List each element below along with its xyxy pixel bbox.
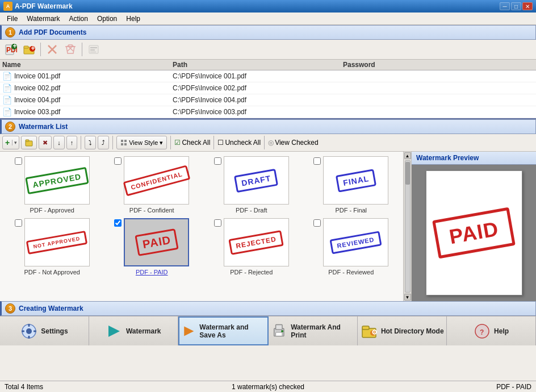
wm-sep-5 [264,136,265,149]
file-name-text: Invoice 004.pdf [14,96,60,104]
preview-header: Watermark Preview [412,152,536,165]
watermark-preview-panel: Watermark Preview PAID [411,152,536,301]
file-path-text: C:\PDFs\Invoice 003.pdf [173,108,343,116]
watermark-thumb-reviewed[interactable]: Reviewed [323,218,388,266]
delete-button[interactable] [44,41,61,57]
add-pdf-header: 1 Add PDF Documents [0,25,536,40]
watermark-scrollbar[interactable]: ▲ ▼ [403,152,411,301]
hot-directory-button[interactable]: ⚙ Hot Directory Mode [358,316,447,345]
file-list-header: Name Path Password [0,60,536,70]
pdf-icon: 📄 [2,84,12,93]
close-button[interactable]: ✕ [522,2,533,10]
uncheck-all-icon: ☐ [217,139,224,147]
watermark-save-label: Watermark and Save As [199,323,265,339]
delete-watermark-button[interactable]: ✖ [39,136,52,149]
watermark-print-button[interactable]: Watermark And Print [269,316,358,345]
watermark-thumb-paid[interactable]: PAID [124,218,189,266]
add-pdf-button[interactable]: PDF+ [2,41,19,57]
table-row[interactable]: 📄Invoice 003.pdf C:\PDFs\Invoice 003.pdf [0,106,536,118]
check-all-button[interactable]: ☑ Check All [174,139,210,147]
pdf-icon: 📄 [2,107,12,116]
watermark-item-draft: Draft PDF - Draft [204,156,299,214]
scroll-down-arrow[interactable]: ▼ [404,294,411,301]
watermark-thumb-confidential[interactable]: Confidential [124,156,189,205]
check-all-label: Check All [182,139,210,147]
scroll-up-arrow[interactable]: ▲ [404,152,411,159]
status-watermark-name: PDF - PAID [356,383,531,391]
watermark-checkbox-confidential[interactable] [114,157,122,165]
help-button[interactable]: ? Help [447,316,536,345]
clear-button[interactable] [62,41,79,57]
watermark-action-button[interactable]: Watermark [89,316,178,345]
move-up-button[interactable]: ↑ [66,136,78,149]
maximize-button[interactable]: □ [511,2,521,10]
open-watermark-button[interactable] [21,136,37,149]
stamp-not-approved: NOT APPROVED [26,231,87,255]
watermark-label-final: PDF - Final [335,207,367,214]
table-row[interactable]: 📄Invoice 004.pdf C:\PDFs\Invoice 004.pdf [0,94,536,106]
add-watermark-button[interactable]: + ▾ [2,136,19,149]
section-num-1: 1 [5,27,15,37]
watermark-label-draft: PDF - Draft [236,207,267,214]
watermark-thumb-rejected[interactable]: Rejected [224,218,289,266]
col-path: Path [173,61,343,69]
watermark-checkbox-not-approved[interactable] [15,219,22,227]
table-row[interactable]: 📄Invoice 002.pdf C:\PDFs\Invoice 002.pdf [0,82,536,94]
watermark-checkbox-approved[interactable] [15,157,22,165]
uncheck-all-button[interactable]: ☐ Uncheck All [217,139,261,147]
settings-file-button[interactable] [85,41,102,57]
wm-sep-1 [81,136,81,149]
svg-rect-20 [124,140,127,142]
export-button[interactable]: ⤴ [98,136,109,149]
table-row[interactable]: 📄Invoice 001.pdf C:\PDFs\Invoice 001.pdf [0,70,536,82]
watermark-item-paid: PAID PDF - PAID [104,218,200,276]
add-pdf-title: Add PDF Documents [19,28,86,36]
svg-rect-28 [34,330,36,332]
watermark-item-not-approved: NOT APPROVED PDF - Not Approved [5,218,100,276]
svg-text:⚙: ⚙ [371,328,378,336]
watermark-thumb-approved[interactable]: Approved [24,156,90,205]
watermark-thumb-draft[interactable]: Draft [224,156,289,205]
watermark-checkbox-rejected[interactable] [214,219,221,227]
section-num-2: 2 [5,122,15,132]
hot-directory-label: Hot Directory Mode [381,327,444,335]
svg-text:?: ? [480,328,484,336]
menu-file[interactable]: File [2,14,22,24]
menu-watermark[interactable]: Watermark [22,14,64,24]
move-down-button[interactable]: ↓ [53,136,65,149]
preview-stamp: PAID [432,207,516,259]
view-checked-icon: ◎ [268,139,274,147]
watermark-label-confidential: PDF - Confident [129,207,174,214]
add-dropdown-arrow[interactable]: ▾ [12,140,19,145]
uncheck-all-label: Uncheck All [225,139,261,147]
scroll-thumb[interactable] [405,162,410,185]
watermark-checkbox-draft[interactable] [214,157,221,165]
watermark-checkbox-final[interactable] [313,157,321,165]
watermark-item-rejected: Rejected PDF - Rejected [204,218,299,276]
menu-help[interactable]: Help [122,14,145,24]
minimize-button[interactable]: ─ [500,2,510,10]
watermark-thumb-final[interactable]: Final [323,156,388,205]
watermark-checkbox-paid[interactable] [114,219,122,227]
main-container: 1 Add PDF Documents PDF+ + Name Path Pas… [0,25,536,392]
view-checked-button[interactable]: ◎ View Checked [268,139,319,147]
wm-sep-4 [213,136,214,149]
view-style-button[interactable]: View Style ▾ [116,136,167,149]
import-button[interactable]: ⤵ [85,136,96,149]
status-total: Total 4 Items [5,383,180,391]
svg-rect-22 [124,143,127,145]
toolbar-sep-1 [40,43,41,56]
settings-action-button[interactable]: Settings [0,316,89,345]
watermark-save-as-button[interactable]: Watermark and Save As [178,316,269,345]
watermark-item-reviewed: Reviewed PDF - Reviewed [304,218,399,276]
svg-point-24 [26,328,32,334]
scroll-track[interactable] [405,160,411,293]
watermark-thumb-not-approved[interactable]: NOT APPROVED [24,218,90,266]
watermark-checkbox-reviewed[interactable] [313,219,321,227]
watermark-label-approved: PDF - Approved [30,207,74,214]
menu-action[interactable]: Action [65,14,93,24]
menu-option[interactable]: Option [93,14,122,24]
help-label: Help [494,327,509,335]
add-folder-button[interactable]: + [20,41,37,57]
pdf-icon: 📄 [2,95,12,105]
